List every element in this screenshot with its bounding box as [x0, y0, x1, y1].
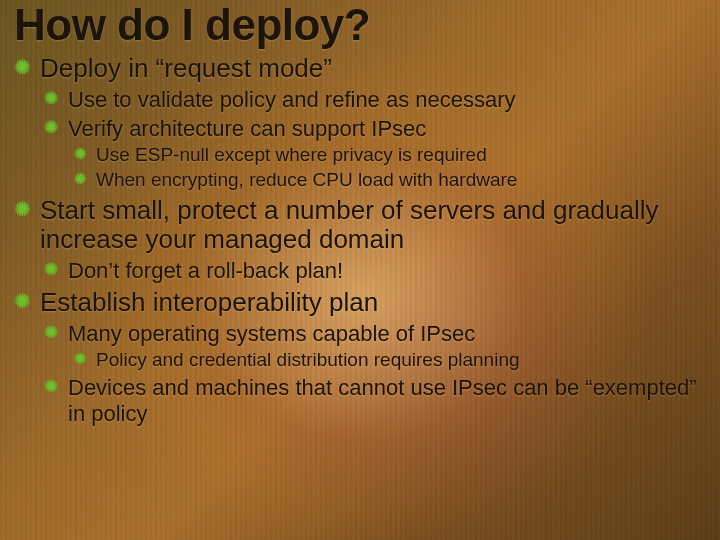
star-bullet-icon: ✺ [44, 89, 58, 109]
list-item-text: Start small, protect a number of servers… [40, 195, 659, 255]
star-bullet-icon: ✺ [74, 145, 87, 163]
list-item: ✺ Policy and credential distribution req… [74, 349, 706, 372]
list-item-text: Use ESP-null except where privacy is req… [96, 144, 487, 165]
list-item: ✺ Use to validate policy and refine as n… [44, 87, 706, 113]
star-bullet-icon: ✺ [74, 350, 87, 368]
list-item: ✺ Deploy in “request mode” ✺ Use to vali… [14, 54, 706, 191]
star-bullet-icon: ✺ [74, 170, 87, 188]
bullet-list: ✺ Deploy in “request mode” ✺ Use to vali… [14, 54, 706, 427]
star-bullet-icon: ✺ [14, 290, 31, 313]
list-item-text: Many operating systems capable of IPsec [68, 321, 475, 346]
list-item: ✺ When encrypting, reduce CPU load with … [74, 169, 706, 192]
list-item-text: Devices and machines that cannot use IPs… [68, 375, 697, 426]
list-item: ✺ Verify architecture can support IPsec … [44, 116, 706, 192]
star-bullet-icon: ✺ [44, 260, 58, 280]
star-bullet-icon: ✺ [44, 118, 58, 138]
list-item-text: Verify architecture can support IPsec [68, 116, 426, 141]
list-item-text: Use to validate policy and refine as nec… [68, 87, 516, 112]
list-item-text: Establish interoperability plan [40, 287, 378, 317]
star-bullet-icon: ✺ [44, 377, 58, 397]
list-item-text: Policy and credential distribution requi… [96, 349, 520, 370]
list-item: ✺ Start small, protect a number of serve… [14, 196, 706, 285]
list-item: ✺ Devices and machines that cannot use I… [44, 375, 706, 427]
star-bullet-icon: ✺ [14, 56, 31, 79]
list-item-text: Deploy in “request mode” [40, 53, 332, 83]
slide: How do I deploy? ✺ Deploy in “request mo… [0, 0, 720, 540]
list-item: ✺ Many operating systems capable of IPse… [44, 321, 706, 372]
star-bullet-icon: ✺ [44, 323, 58, 343]
slide-title: How do I deploy? [14, 2, 706, 48]
list-item: ✺ Establish interoperability plan ✺ Many… [14, 288, 706, 427]
list-item-text: When encrypting, reduce CPU load with ha… [96, 169, 517, 190]
list-item-text: Don’t forget a roll-back plan! [68, 258, 343, 283]
star-bullet-icon: ✺ [14, 198, 31, 221]
list-item: ✺ Use ESP-null except where privacy is r… [74, 144, 706, 167]
list-item: ✺ Don’t forget a roll-back plan! [44, 258, 706, 284]
